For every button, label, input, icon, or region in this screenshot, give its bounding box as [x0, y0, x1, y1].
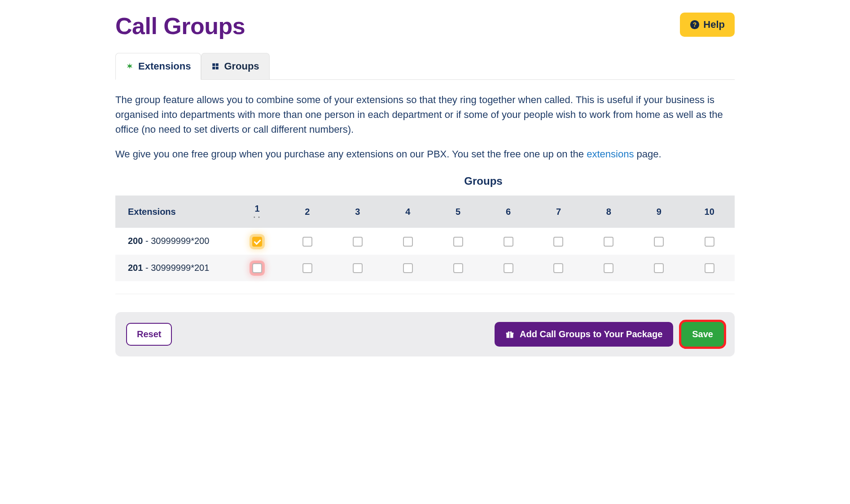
column-group-2: 2 — [282, 196, 333, 228]
description-p2-pre: We give you one free group when you purc… — [115, 148, 587, 160]
add-package-button[interactable]: Add Call Groups to Your Package — [495, 322, 673, 347]
column-group-6: 6 — [483, 196, 534, 228]
table-row: 200 - 30999999*200 — [115, 228, 735, 255]
column-group-3: 3 — [333, 196, 383, 228]
tabs: Extensions Groups — [115, 53, 735, 80]
group-checkbox[interactable] — [654, 263, 664, 273]
group-checkbox[interactable] — [553, 237, 563, 247]
tab-groups-label: Groups — [224, 61, 259, 72]
grid-icon — [211, 62, 219, 70]
group-cell — [684, 255, 735, 282]
group-checkbox[interactable] — [252, 237, 262, 247]
group-cell — [333, 255, 383, 282]
column-group-10: 10 — [684, 196, 735, 228]
group-cell — [433, 228, 483, 255]
group-cell — [583, 228, 634, 255]
group-cell — [383, 255, 433, 282]
reset-button[interactable]: Reset — [126, 323, 172, 346]
groups-heading: Groups — [115, 175, 735, 187]
svg-rect-4 — [213, 67, 215, 70]
group-cell — [282, 228, 333, 255]
group-checkbox[interactable] — [403, 237, 413, 247]
add-package-label: Add Call Groups to Your Package — [520, 329, 662, 339]
svg-rect-8 — [509, 333, 510, 338]
footer-bar: Reset Add Call Groups to Your Package Sa… — [115, 312, 735, 356]
extension-cell: 200 - 30999999*200 — [115, 228, 232, 255]
extensions-link[interactable]: extensions — [587, 148, 634, 160]
gift-icon — [505, 330, 514, 339]
column-1-dots-icon: • • — [237, 215, 278, 220]
group-checkbox[interactable] — [553, 263, 563, 273]
column-group-5: 5 — [433, 196, 483, 228]
group-cell — [534, 255, 584, 282]
svg-rect-2 — [213, 63, 215, 66]
help-button[interactable]: ? Help — [680, 13, 735, 37]
group-checkbox[interactable] — [604, 237, 613, 247]
description-paragraph-2: We give you one free group when you purc… — [115, 147, 735, 161]
svg-text:?: ? — [693, 22, 697, 28]
help-label: Help — [703, 19, 725, 30]
svg-rect-5 — [216, 67, 219, 70]
column-group-4: 4 — [383, 196, 433, 228]
group-cell — [634, 255, 684, 282]
group-checkbox[interactable] — [453, 237, 463, 247]
table-row: 201 - 30999999*201 — [115, 255, 735, 282]
group-cell — [684, 228, 735, 255]
group-cell — [282, 255, 333, 282]
column-group-9: 9 — [634, 196, 684, 228]
group-cell — [232, 255, 282, 282]
tab-groups[interactable]: Groups — [201, 53, 269, 79]
group-checkbox[interactable] — [504, 237, 513, 247]
group-cell — [333, 228, 383, 255]
description-paragraph-1: The group feature allows you to combine … — [115, 92, 735, 137]
group-checkbox[interactable] — [453, 263, 463, 273]
group-checkbox[interactable] — [252, 263, 262, 273]
group-checkbox[interactable] — [504, 263, 513, 273]
extensions-table: Extensions 1• •2345678910 200 - 30999999… — [115, 196, 735, 281]
save-button[interactable]: Save — [681, 322, 724, 347]
group-cell — [232, 228, 282, 255]
group-checkbox[interactable] — [604, 263, 613, 273]
description-p2-post: page. — [634, 148, 661, 160]
asterisk-icon — [126, 62, 134, 70]
svg-rect-3 — [216, 63, 219, 66]
group-checkbox[interactable] — [654, 237, 664, 247]
group-cell — [583, 255, 634, 282]
help-icon: ? — [690, 20, 700, 30]
group-cell — [534, 228, 584, 255]
group-cell — [483, 228, 534, 255]
group-checkbox[interactable] — [403, 263, 413, 273]
group-checkbox[interactable] — [705, 237, 714, 247]
column-extensions: Extensions — [115, 196, 232, 228]
group-cell — [433, 255, 483, 282]
tab-extensions[interactable]: Extensions — [115, 53, 201, 80]
column-group-1: 1• • — [232, 196, 282, 228]
column-group-8: 8 — [583, 196, 634, 228]
group-cell — [383, 228, 433, 255]
group-checkbox[interactable] — [302, 237, 312, 247]
divider — [115, 294, 735, 294]
group-checkbox[interactable] — [353, 263, 363, 273]
group-cell — [634, 228, 684, 255]
group-cell — [483, 255, 534, 282]
tab-extensions-label: Extensions — [138, 61, 191, 72]
group-checkbox[interactable] — [302, 263, 312, 273]
column-group-7: 7 — [534, 196, 584, 228]
group-checkbox[interactable] — [705, 263, 714, 273]
extension-cell: 201 - 30999999*201 — [115, 255, 232, 282]
group-checkbox[interactable] — [353, 237, 363, 247]
page-title: Call Groups — [115, 13, 245, 39]
